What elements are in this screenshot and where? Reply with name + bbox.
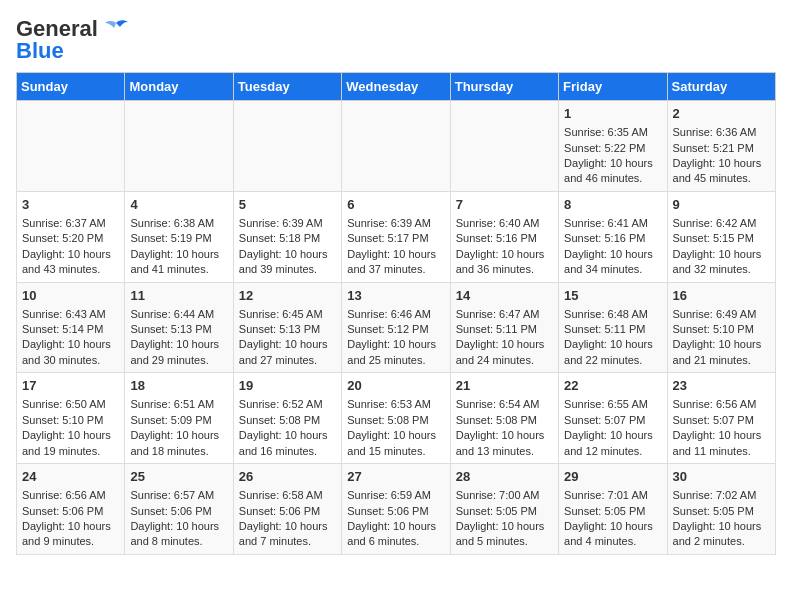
day-info: Daylight: 10 hours and 39 minutes.	[239, 247, 336, 278]
calendar-cell: 18Sunrise: 6:51 AMSunset: 5:09 PMDayligh…	[125, 373, 233, 464]
calendar-cell: 11Sunrise: 6:44 AMSunset: 5:13 PMDayligh…	[125, 282, 233, 373]
day-info: Daylight: 10 hours and 18 minutes.	[130, 428, 227, 459]
day-info: Sunset: 5:12 PM	[347, 322, 444, 337]
day-info: Daylight: 10 hours and 13 minutes.	[456, 428, 553, 459]
day-number: 22	[564, 377, 661, 395]
calendar-cell	[342, 101, 450, 192]
day-info: Daylight: 10 hours and 25 minutes.	[347, 337, 444, 368]
calendar-cell: 15Sunrise: 6:48 AMSunset: 5:11 PMDayligh…	[559, 282, 667, 373]
calendar-cell	[17, 101, 125, 192]
day-number: 9	[673, 196, 770, 214]
weekday-header-monday: Monday	[125, 73, 233, 101]
day-number: 23	[673, 377, 770, 395]
day-number: 18	[130, 377, 227, 395]
day-number: 12	[239, 287, 336, 305]
day-number: 28	[456, 468, 553, 486]
day-info: Sunrise: 6:38 AM	[130, 216, 227, 231]
calendar-cell: 17Sunrise: 6:50 AMSunset: 5:10 PMDayligh…	[17, 373, 125, 464]
calendar-cell: 3Sunrise: 6:37 AMSunset: 5:20 PMDaylight…	[17, 191, 125, 282]
day-info: Daylight: 10 hours and 21 minutes.	[673, 337, 770, 368]
day-number: 29	[564, 468, 661, 486]
day-info: Sunset: 5:15 PM	[673, 231, 770, 246]
day-number: 15	[564, 287, 661, 305]
week-row-3: 10Sunrise: 6:43 AMSunset: 5:14 PMDayligh…	[17, 282, 776, 373]
day-info: Daylight: 10 hours and 22 minutes.	[564, 337, 661, 368]
day-number: 24	[22, 468, 119, 486]
day-number: 3	[22, 196, 119, 214]
day-number: 17	[22, 377, 119, 395]
day-info: Daylight: 10 hours and 30 minutes.	[22, 337, 119, 368]
calendar-cell: 20Sunrise: 6:53 AMSunset: 5:08 PMDayligh…	[342, 373, 450, 464]
day-info: Sunset: 5:13 PM	[130, 322, 227, 337]
weekday-header-row: SundayMondayTuesdayWednesdayThursdayFrid…	[17, 73, 776, 101]
day-info: Daylight: 10 hours and 15 minutes.	[347, 428, 444, 459]
calendar-cell: 8Sunrise: 6:41 AMSunset: 5:16 PMDaylight…	[559, 191, 667, 282]
calendar-cell: 9Sunrise: 6:42 AMSunset: 5:15 PMDaylight…	[667, 191, 775, 282]
day-info: Sunrise: 6:53 AM	[347, 397, 444, 412]
day-info: Sunset: 5:11 PM	[456, 322, 553, 337]
week-row-1: 1Sunrise: 6:35 AMSunset: 5:22 PMDaylight…	[17, 101, 776, 192]
day-info: Daylight: 10 hours and 24 minutes.	[456, 337, 553, 368]
day-number: 6	[347, 196, 444, 214]
day-info: Sunset: 5:13 PM	[239, 322, 336, 337]
day-info: Daylight: 10 hours and 45 minutes.	[673, 156, 770, 187]
week-row-2: 3Sunrise: 6:37 AMSunset: 5:20 PMDaylight…	[17, 191, 776, 282]
day-info: Sunrise: 6:42 AM	[673, 216, 770, 231]
day-info: Sunset: 5:06 PM	[239, 504, 336, 519]
day-number: 7	[456, 196, 553, 214]
calendar-cell: 27Sunrise: 6:59 AMSunset: 5:06 PMDayligh…	[342, 464, 450, 555]
day-info: Sunset: 5:05 PM	[673, 504, 770, 519]
calendar-cell: 13Sunrise: 6:46 AMSunset: 5:12 PMDayligh…	[342, 282, 450, 373]
calendar-cell: 23Sunrise: 6:56 AMSunset: 5:07 PMDayligh…	[667, 373, 775, 464]
day-number: 25	[130, 468, 227, 486]
day-info: Sunrise: 6:59 AM	[347, 488, 444, 503]
week-row-5: 24Sunrise: 6:56 AMSunset: 5:06 PMDayligh…	[17, 464, 776, 555]
day-info: Sunset: 5:05 PM	[456, 504, 553, 519]
day-number: 30	[673, 468, 770, 486]
day-info: Sunrise: 7:02 AM	[673, 488, 770, 503]
calendar-cell	[450, 101, 558, 192]
day-info: Daylight: 10 hours and 9 minutes.	[22, 519, 119, 550]
day-number: 20	[347, 377, 444, 395]
weekday-header-tuesday: Tuesday	[233, 73, 341, 101]
day-info: Daylight: 10 hours and 12 minutes.	[564, 428, 661, 459]
calendar-cell: 4Sunrise: 6:38 AMSunset: 5:19 PMDaylight…	[125, 191, 233, 282]
day-info: Sunset: 5:11 PM	[564, 322, 661, 337]
day-info: Sunrise: 6:50 AM	[22, 397, 119, 412]
page-header: General Blue	[16, 16, 776, 64]
day-info: Sunrise: 6:40 AM	[456, 216, 553, 231]
day-info: Sunset: 5:16 PM	[456, 231, 553, 246]
day-info: Daylight: 10 hours and 41 minutes.	[130, 247, 227, 278]
day-info: Sunset: 5:08 PM	[456, 413, 553, 428]
week-row-4: 17Sunrise: 6:50 AMSunset: 5:10 PMDayligh…	[17, 373, 776, 464]
day-info: Sunset: 5:17 PM	[347, 231, 444, 246]
day-info: Sunset: 5:07 PM	[564, 413, 661, 428]
day-number: 26	[239, 468, 336, 486]
calendar-cell: 26Sunrise: 6:58 AMSunset: 5:06 PMDayligh…	[233, 464, 341, 555]
day-info: Sunrise: 6:45 AM	[239, 307, 336, 322]
day-info: Sunrise: 7:01 AM	[564, 488, 661, 503]
day-number: 13	[347, 287, 444, 305]
calendar-cell: 16Sunrise: 6:49 AMSunset: 5:10 PMDayligh…	[667, 282, 775, 373]
day-info: Daylight: 10 hours and 7 minutes.	[239, 519, 336, 550]
calendar-cell: 7Sunrise: 6:40 AMSunset: 5:16 PMDaylight…	[450, 191, 558, 282]
calendar-cell: 6Sunrise: 6:39 AMSunset: 5:17 PMDaylight…	[342, 191, 450, 282]
day-info: Daylight: 10 hours and 5 minutes.	[456, 519, 553, 550]
calendar-cell: 21Sunrise: 6:54 AMSunset: 5:08 PMDayligh…	[450, 373, 558, 464]
calendar-cell: 30Sunrise: 7:02 AMSunset: 5:05 PMDayligh…	[667, 464, 775, 555]
day-info: Sunset: 5:18 PM	[239, 231, 336, 246]
day-info: Sunset: 5:21 PM	[673, 141, 770, 156]
weekday-header-saturday: Saturday	[667, 73, 775, 101]
calendar-cell: 25Sunrise: 6:57 AMSunset: 5:06 PMDayligh…	[125, 464, 233, 555]
calendar-cell: 10Sunrise: 6:43 AMSunset: 5:14 PMDayligh…	[17, 282, 125, 373]
day-info: Sunrise: 6:44 AM	[130, 307, 227, 322]
day-info: Daylight: 10 hours and 43 minutes.	[22, 247, 119, 278]
day-info: Daylight: 10 hours and 37 minutes.	[347, 247, 444, 278]
day-info: Sunrise: 6:37 AM	[22, 216, 119, 231]
weekday-header-friday: Friday	[559, 73, 667, 101]
day-info: Daylight: 10 hours and 19 minutes.	[22, 428, 119, 459]
day-info: Sunrise: 6:41 AM	[564, 216, 661, 231]
day-info: Daylight: 10 hours and 8 minutes.	[130, 519, 227, 550]
day-info: Sunrise: 6:51 AM	[130, 397, 227, 412]
day-info: Sunrise: 6:54 AM	[456, 397, 553, 412]
